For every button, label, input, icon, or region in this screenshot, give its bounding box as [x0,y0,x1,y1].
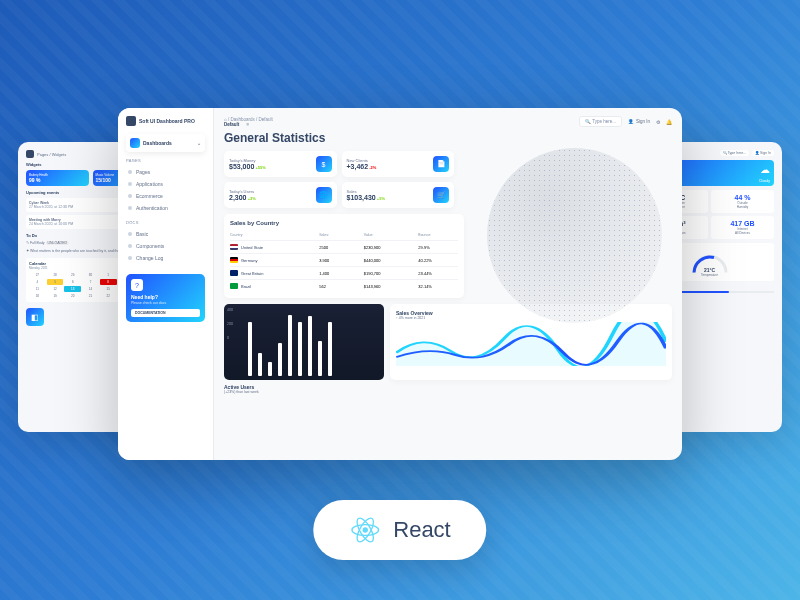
sidebar-section-label: PAGES [126,158,205,163]
globe-graphic [487,148,662,323]
breadcrumb: ⌂ / Dashboards / Default Default ≡ [224,117,273,127]
menu-icon[interactable]: ≡ [247,122,250,127]
sidebar-item-authentication[interactable]: Authentication [126,202,205,214]
stat-battery: Battery Health 99 % [26,170,89,186]
bar-chart: 4002000 [224,304,384,380]
stat-users: Today's Users2,300 +3%🌐 [224,182,337,208]
content: ⌂ / Dashboards / Default Default ≡ 🔍 Typ… [214,108,682,460]
sidebar-section-label: DOCS [126,220,205,225]
flag-de-icon [230,257,238,263]
sidebar-item-ecommerce[interactable]: Ecommerce [126,190,205,202]
doc-icon: 📄 [433,156,449,172]
table-row[interactable]: United State2500$230,90029.9% [230,240,458,253]
globe-icon: 🌐 [316,187,332,203]
sidebar-item-components[interactable]: Components [126,240,205,252]
page-title: General Statistics [224,131,672,145]
stat-clients: New Clients+3,462 -2%📄 [342,151,455,177]
bell-icon[interactable]: 🔔 [666,119,672,125]
brand[interactable]: Soft UI Dashboard PRO [126,116,205,126]
metric-card: 44 %OutsideHumidity [711,190,774,213]
help-card: ? Need help? Please check our docs DOCUM… [126,274,205,322]
main-dashboard-card: Soft UI Dashboard PRO Dashboards ⌄ PAGES… [118,108,682,460]
flag-br-icon [230,283,238,289]
metric-card: 417 GBInternetAll Devices [711,216,774,239]
sidebar-item-applications[interactable]: Applications [126,178,205,190]
signin-button[interactable]: 👤Sign In [628,119,650,124]
sales-by-country-table: Sales by Country Country:Sales:Value:Bou… [224,214,464,298]
cloud-icon: ☁ [760,164,770,175]
react-label: React [393,517,450,543]
sidebar-item-pages[interactable]: Pages [126,166,205,178]
active-users-subtitle: (+23%) than last week [224,390,672,394]
breadcrumb: Pages / Widgets [37,152,66,157]
help-icon: ? [131,279,143,291]
sidebar-item-basic[interactable]: Basic [126,228,205,240]
search-input[interactable]: 🔍 Type here... [720,150,749,156]
flag-gb-icon [230,270,238,276]
table-row[interactable]: Germany3.900$440,00040.22% [230,253,458,266]
sidebar: Soft UI Dashboard PRO Dashboards ⌄ PAGES… [118,108,214,460]
settings-icon[interactable]: ⚙ [656,119,660,125]
user-icon: 👤 [628,119,634,124]
sidebar-item-dashboards[interactable]: Dashboards ⌄ [126,134,205,152]
sidebar-item-changelog[interactable]: Change Log [126,252,205,264]
signin-button[interactable]: 👤 Sign In [752,150,774,156]
svg-point-0 [363,527,368,532]
flag-us-icon [230,244,238,250]
coins-icon: $ [316,156,332,172]
documentation-button[interactable]: DOCUMENTATION [131,309,200,317]
stat-sales: Sales$103,430 +5%🛒 [342,182,455,208]
react-badge: React [313,500,486,560]
sales-overview-chart: Sales Overview ↑ 4% more in 2021 [390,304,672,380]
search-input[interactable]: 🔍 Type here... [579,116,622,127]
table-row[interactable]: Brazil562$143,96032.14% [230,279,458,292]
cube-icon[interactable]: ◧ [26,308,44,326]
logo-icon [26,150,34,158]
stat-money: Today's Money$53,000 +55%$ [224,151,337,177]
shop-icon [130,138,140,148]
cart-icon: 🛒 [433,187,449,203]
logo-icon [126,116,136,126]
react-icon [349,514,381,546]
table-row[interactable]: Great Britain1.400$190,70023.44% [230,266,458,279]
